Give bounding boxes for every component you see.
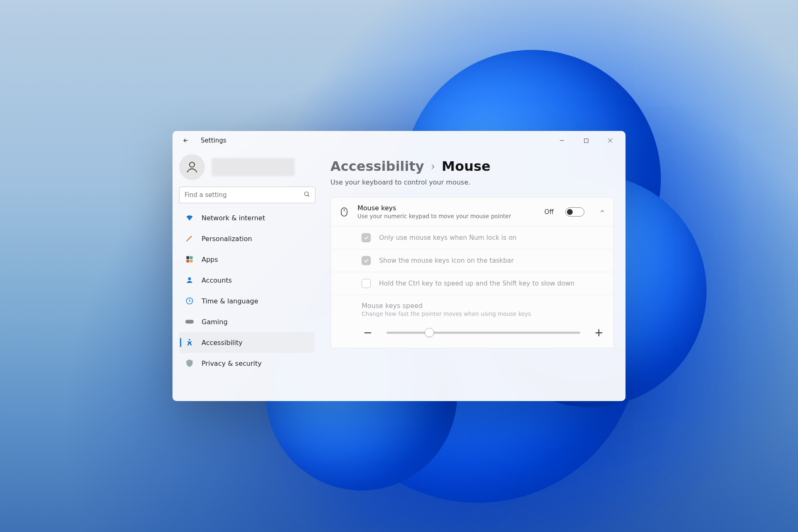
expand-button[interactable]: [599, 208, 605, 216]
search-field[interactable]: [179, 187, 315, 203]
option-taskbar-label: Show the mouse keys icon on the taskbar: [379, 257, 514, 264]
sidebar-item-label: Privacy & security: [202, 360, 261, 367]
option-taskbar-row[interactable]: Show the mouse keys icon on the taskbar: [331, 249, 613, 272]
sidebar: Network & internet Personalization Apps: [172, 150, 322, 399]
toggle-state-label: Off: [544, 208, 554, 216]
svg-rect-3: [187, 256, 190, 259]
main-panel: Accessibility › Mouse Use your keyboard …: [322, 150, 626, 399]
sidebar-item-label: Apps: [202, 256, 218, 264]
profile-header[interactable]: [177, 153, 318, 187]
avatar: [179, 154, 205, 180]
back-button[interactable]: [179, 137, 192, 144]
settings-window: Settings: [172, 131, 626, 401]
sidebar-item-label: Time & language: [202, 297, 258, 305]
window-controls: [550, 131, 622, 150]
sidebar-item-label: Accessibility: [202, 339, 242, 347]
maximize-button[interactable]: [574, 131, 598, 150]
svg-rect-9: [185, 320, 194, 323]
paintbrush-icon: [185, 234, 194, 243]
speed-increase-button[interactable]: +: [593, 326, 605, 339]
person-icon: [185, 160, 199, 174]
svg-rect-0: [584, 138, 588, 142]
search-input[interactable]: [185, 191, 300, 199]
breadcrumb: Accessibility › Mouse: [330, 158, 614, 174]
close-button[interactable]: [598, 131, 622, 150]
sidebar-item-label: Accounts: [202, 276, 232, 284]
sidebar-item-label: Personalization: [202, 235, 252, 243]
speed-decrease-button[interactable]: −: [362, 326, 374, 339]
profile-name-redacted: [212, 158, 295, 176]
mouse-keys-title: Mouse keys: [357, 204, 536, 212]
checkbox-numlock[interactable]: [362, 233, 371, 242]
titlebar: Settings: [172, 131, 626, 150]
clock-globe-icon: [185, 296, 194, 305]
slider-thumb[interactable]: [425, 328, 434, 337]
svg-rect-5: [187, 260, 190, 263]
gamepad-icon: [185, 317, 194, 326]
checkbox-taskbar-icon[interactable]: [362, 256, 371, 265]
speed-row: Mouse keys speed Change how fast the poi…: [331, 295, 613, 348]
mouse-keys-sub: Use your numeric keypad to move your mou…: [357, 213, 536, 219]
apps-icon: [185, 255, 194, 264]
option-numlock-label: Only use mouse keys when Num lock is on: [379, 234, 517, 241]
accessibility-icon: [185, 338, 194, 347]
svg-rect-6: [190, 260, 193, 263]
option-ctrl-shift-row[interactable]: Hold the Ctrl key to speed up and the Sh…: [331, 272, 613, 295]
arrow-left-icon: [182, 137, 189, 144]
page-subtitle: Use your keyboard to control your mouse.: [330, 178, 614, 186]
sidebar-nav: Network & internet Personalization Apps: [177, 207, 318, 399]
shield-icon: [185, 359, 194, 368]
close-icon: [608, 138, 613, 143]
sidebar-item-gaming[interactable]: Gaming: [179, 311, 315, 332]
svg-point-7: [188, 277, 191, 280]
option-numlock-row[interactable]: Only use mouse keys when Num lock is on: [331, 226, 613, 249]
sidebar-item-label: Network & internet: [202, 214, 265, 222]
minimize-icon: [559, 138, 564, 143]
svg-point-10: [189, 339, 190, 341]
sidebar-item-accounts[interactable]: Accounts: [179, 270, 315, 291]
svg-rect-4: [190, 256, 193, 259]
chevron-up-icon: [599, 208, 605, 214]
speed-slider[interactable]: [387, 332, 580, 334]
mouse-keys-toggle[interactable]: [565, 207, 584, 217]
sidebar-item-personalization[interactable]: Personalization: [179, 228, 315, 249]
sidebar-item-label: Gaming: [202, 318, 228, 326]
sidebar-item-network[interactable]: Network & internet: [179, 207, 315, 228]
speed-title: Mouse keys speed: [362, 302, 605, 310]
maximize-icon: [584, 138, 589, 143]
speed-sub: Change how fast the pointer moves when u…: [362, 310, 605, 317]
desktop-wallpaper: Settings: [0, 0, 798, 532]
breadcrumb-parent[interactable]: Accessibility: [330, 158, 424, 174]
checkbox-ctrl-shift[interactable]: [362, 279, 371, 288]
sidebar-item-time-language[interactable]: Time & language: [179, 291, 315, 311]
breadcrumb-current: Mouse: [442, 158, 490, 174]
svg-point-2: [305, 192, 308, 196]
chevron-right-icon: ›: [431, 160, 435, 172]
sidebar-item-accessibility[interactable]: Accessibility: [179, 332, 315, 353]
svg-point-1: [190, 162, 195, 167]
sidebar-item-apps[interactable]: Apps: [179, 249, 315, 270]
mouse-icon: [339, 207, 349, 217]
account-icon: [185, 276, 194, 285]
option-ctrl-shift-label: Hold the Ctrl key to speed up and the Sh…: [379, 280, 574, 287]
minimize-button[interactable]: [550, 131, 574, 150]
window-title: Settings: [201, 137, 227, 144]
search-icon: [303, 191, 310, 199]
wifi-icon: [185, 213, 194, 222]
mouse-keys-card: Mouse keys Use your numeric keypad to mo…: [330, 197, 614, 348]
mouse-keys-row[interactable]: Mouse keys Use your numeric keypad to mo…: [331, 197, 613, 226]
sidebar-item-privacy[interactable]: Privacy & security: [179, 353, 315, 374]
